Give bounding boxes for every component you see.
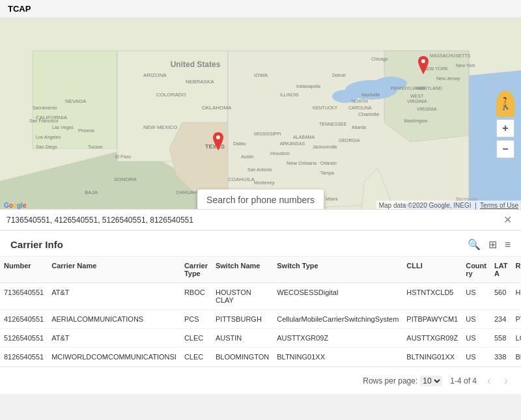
col-rate-center: Rate Center [512,257,521,283]
cell-switch_type: BLTNING01XX [273,348,402,367]
svg-text:Miami: Miami [326,197,338,201]
table-row: 8126540551MCIWORLDCOMCOMMUNICATIONSICLEC… [0,348,521,367]
svg-text:ALABAMA: ALABAMA [293,135,315,139]
cell-number: 5126540551 [0,329,48,348]
cell-lata: 338 [490,348,512,367]
svg-text:Indianapolis: Indianapolis [296,84,321,89]
svg-text:New Orleans: New Orleans [287,160,317,166]
rows-per-page-control[interactable]: Rows per page: 10 25 50 [363,376,442,386]
clear-search-button[interactable]: ✕ [501,214,514,226]
svg-text:GEORGIA: GEORGIA [339,138,360,143]
cell-switch_type: AUSTTXGR09Z [273,329,402,348]
svg-text:OKLAHOMA: OKLAHOMA [202,105,232,111]
svg-text:MARYLAND: MARYLAND [417,86,442,91]
col-country: Country [462,257,490,283]
svg-text:NEBRASKA: NEBRASKA [186,79,214,85]
rows-per-page-label: Rows per page: [363,376,417,385]
map-container: NEVADA CALIFORNIA COLORADO NEW MEXICO NE… [0,18,521,230]
col-carrier-type: CarrierType [180,257,212,283]
svg-text:San Diego: San Diego [36,145,57,150]
cell-carrier_name: MCIWORLDCOMCOMMUNICATIONSI [48,348,180,367]
svg-text:Dallas: Dallas [233,141,246,146]
carrier-info-panel: Carrier Info 🔍 ⊞ ≡ Number Carrier Name C… [0,230,521,394]
svg-text:New York: New York [456,63,475,68]
pagination-info: 1-4 of 4 [450,376,477,385]
svg-text:NORTH: NORTH [352,99,368,104]
prev-page-button[interactable]: ‹ [485,374,494,387]
cell-number: 4126540551 [0,310,48,329]
svg-text:COAHUILA: COAHUILA [228,176,255,182]
svg-text:KENTUCKY: KENTUCKY [313,105,337,110]
cell-switch_name: AUSTIN [212,329,273,348]
svg-text:Detroit: Detroit [332,73,346,77]
svg-text:Atlanta: Atlanta [352,125,366,130]
cell-clli: HSTNТXCLD5 [402,283,462,310]
svg-text:Jacksonville: Jacksonville [313,145,337,149]
cell-number: 7136540551 [0,283,48,310]
map-search-hint: Search for phone numbers [197,189,324,210]
cell-country: US [462,329,490,348]
svg-text:·Orlando: ·Orlando [319,161,337,165]
svg-text:SONORA: SONORA [114,176,137,182]
cell-carrier_type: RBOC [180,283,212,310]
svg-text:COLORADO: COLORADO [156,92,186,98]
cell-rate_center: BLOOMINGTON [512,348,521,367]
cell-carrier_name: AERIALCOMMUNICATIONS [48,310,180,329]
svg-point-62 [216,135,220,139]
svg-text:Phoenix: Phoenix [78,128,95,133]
cell-lata: 560 [490,283,512,310]
col-carrier-name: Carrier Name [48,257,180,283]
cell-country: US [462,310,490,329]
map-pin-texas [212,132,225,150]
svg-text:Washington: Washington [404,119,428,124]
cell-switch_type: WECOSESSDigital [273,283,402,310]
table-row: 5126540551AT&TCLECAUSTINAUSTTXGR09ZAUSTT… [0,329,521,348]
svg-text:Austin: Austin [241,154,254,159]
cell-number: 8126540551 [0,348,48,367]
cell-carrier_type: CLEC [180,348,212,367]
svg-text:San Antonio: San Antonio [247,167,272,172]
svg-text:ILLINOIS: ILLINOIS [280,92,299,97]
map-search-input-bar[interactable]: ✕ [0,209,521,230]
phone-search-input[interactable] [7,216,501,225]
grid-icon[interactable]: ⊞ [488,238,497,251]
table-title: Carrier Info [10,239,63,250]
cell-clli: AUSTTXGR09Z [402,329,462,348]
svg-text:IOWA: IOWA [254,72,268,78]
svg-text:Las Vegas: Las Vegas [52,125,74,130]
svg-text:VIRGINIA: VIRGINIA [417,107,437,111]
col-lata: LATA [490,257,512,283]
cell-clli: BLTNING01XX [402,348,462,367]
svg-text:ARKANSAS: ARKANSAS [280,141,305,146]
cell-switch_name: PITTSBURGH [212,310,273,329]
cell-rate_center: PTTSBGZON1 [512,310,521,329]
cell-switch_name: BLOOMINGTON [212,348,273,367]
zoom-out-button[interactable]: − [496,140,514,158]
svg-text:San Francisco: San Francisco [29,119,59,123]
google-logo: Google [4,202,26,209]
svg-text:Charlotte: Charlotte [358,111,380,117]
cell-country: US [462,283,490,310]
map-pin-northeast [417,56,430,74]
svg-text:Monterrey: Monterrey [254,180,275,186]
cell-switch_type: CellularMobileCarrierSwitchingSystem [273,310,402,329]
search-icon[interactable]: 🔍 [468,238,481,251]
svg-text:VIRGINIA: VIRGINIA [407,99,427,104]
cell-clli: PITBPAWYСM1 [402,310,462,329]
rows-per-page-select[interactable]: 10 25 50 [420,376,442,386]
svg-text:ARIZONA: ARIZONA [143,72,167,78]
zoom-in-button[interactable]: + [496,119,514,137]
cell-switch_name: HOUSTON CLAY [212,283,273,310]
next-page-button[interactable]: › [501,374,511,387]
table-footer: Rows per page: 10 25 50 1-4 of 4 ‹ › [0,367,521,394]
svg-text:BAJA: BAJA [85,189,98,195]
cell-carrier_name: AT&T [48,329,180,348]
table-header-row: Number Carrier Name CarrierType Switch N… [0,257,521,283]
filter-icon[interactable]: ≡ [505,239,511,251]
app-title: TCAP [8,4,31,14]
col-number: Number [0,257,48,283]
svg-text:CAROLINA: CAROLINA [348,105,372,110]
pegman-icon[interactable]: 🚶 [496,91,514,117]
svg-text:Los Angeles: Los Angeles [36,135,61,140]
map-controls: 🚶 + − [496,91,514,158]
